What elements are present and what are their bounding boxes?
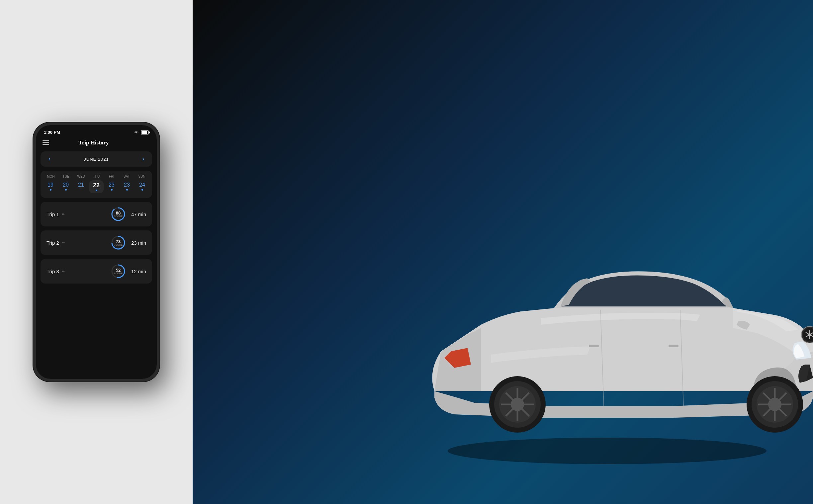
- calendar-date-21[interactable]: 21: [74, 180, 88, 193]
- main-content: ‹ JUNE 2021 › Mon Tue Wed Thu Fri Sat: [36, 151, 157, 372]
- edit-trip-2-icon[interactable]: ✏: [62, 241, 65, 245]
- trip-2-score-number: 73: [116, 239, 121, 244]
- trip-card-2[interactable]: Trip 2 ✏ 73 Score: [41, 230, 152, 255]
- trip-2-duration: 23 min: [131, 240, 146, 246]
- day-thu: Thu: [89, 175, 104, 178]
- page-root: 1:00 PM: [0, 0, 813, 504]
- trip-2-score-circle: 73 Score: [111, 235, 126, 250]
- trip-1-score-number: 88: [116, 211, 121, 215]
- date-number: 21: [78, 182, 84, 188]
- trip-3-score-circle: 52 Score: [111, 264, 126, 279]
- trip-indicator-dot: [96, 190, 97, 191]
- left-panel: 1:00 PM: [0, 0, 193, 504]
- calendar-widget: Mon Tue Wed Thu Fri Sat Sun 19: [41, 171, 152, 198]
- hamburger-line-2: [43, 142, 49, 143]
- right-panel: [193, 0, 813, 504]
- date-number: 19: [47, 182, 53, 188]
- volume-up-button: [33, 165, 34, 177]
- trip-indicator-dot: [141, 189, 143, 191]
- trip-card-3[interactable]: Trip 3 ✏ 52 Score: [41, 259, 152, 284]
- day-fri: Fri: [104, 175, 119, 178]
- calendar-date-20[interactable]: 20: [58, 180, 73, 193]
- wifi-icon: [134, 130, 139, 135]
- date-number: 23: [124, 182, 130, 188]
- trip-3-info: 52 Score 12 min: [111, 264, 146, 279]
- day-sun: Sun: [134, 175, 149, 178]
- trip-indicator-dot: [111, 189, 113, 191]
- trip-indicator-dot: [126, 189, 128, 191]
- calendar-date-23-fri[interactable]: 23: [104, 180, 119, 193]
- calendar-header: Mon Tue Wed Thu Fri Sat Sun: [43, 175, 149, 178]
- calendar-date-19[interactable]: 19: [43, 180, 58, 193]
- trip-1-score-text: 88 Score: [114, 211, 123, 217]
- page-title: Trip History: [49, 139, 138, 146]
- trip-2-score-text: 73 Score: [114, 239, 123, 246]
- status-icons: [134, 130, 149, 135]
- date-number: 22: [93, 182, 100, 188]
- trip-3-name: Trip 3 ✏: [46, 269, 65, 274]
- trip-3-score-text: 52 Score: [114, 268, 123, 275]
- date-number: 23: [109, 182, 115, 188]
- date-number: 24: [139, 182, 145, 188]
- phone-screen: 1:00 PM: [36, 125, 157, 379]
- battery-icon: [141, 130, 149, 134]
- volume-down-button: [33, 182, 34, 193]
- trip-3-label: Trip 3: [46, 269, 59, 274]
- month-navigation: ‹ JUNE 2021 ›: [41, 151, 152, 167]
- trip-indicator-dot: [65, 189, 67, 191]
- svg-rect-42: [669, 345, 678, 347]
- day-wed: Wed: [73, 175, 89, 178]
- svg-point-6: [448, 438, 767, 464]
- svg-point-27: [768, 398, 781, 411]
- hamburger-line-3: [43, 144, 49, 145]
- svg-rect-41: [589, 345, 599, 347]
- trip-3-score-label: Score: [114, 272, 123, 275]
- car-illustration: [375, 179, 813, 477]
- day-mon: Mon: [43, 175, 58, 178]
- hamburger-menu[interactable]: [43, 140, 49, 145]
- calendar-date-22-selected[interactable]: 22: [89, 180, 104, 193]
- trip-1-duration: 47 min: [131, 211, 146, 217]
- day-sat: Sat: [119, 175, 135, 178]
- trip-1-name: Trip 1 ✏: [46, 211, 65, 217]
- trip-2-info: 73 Score 23 min: [111, 235, 146, 250]
- prev-month-button[interactable]: ‹: [46, 155, 53, 163]
- calendar-date-23-sat[interactable]: 23: [120, 180, 134, 193]
- next-month-button[interactable]: ›: [140, 155, 147, 163]
- trip-card-1[interactable]: Trip 1 ✏ 88 Score: [41, 202, 152, 226]
- trip-2-score-label: Score: [114, 244, 123, 246]
- trip-indicator-dot: [50, 189, 51, 191]
- date-number: 20: [63, 182, 69, 188]
- phone-mockup: 1:00 PM: [33, 123, 159, 381]
- trip-2-label: Trip 2: [46, 240, 59, 246]
- status-bar: 1:00 PM: [36, 125, 157, 137]
- trip-1-info: 88 Score 47 min: [111, 207, 146, 222]
- trip-1-score-circle: 88 Score: [111, 207, 126, 222]
- edit-trip-3-icon[interactable]: ✏: [62, 269, 65, 274]
- app-header: Trip History: [36, 137, 157, 151]
- trip-1-score-label: Score: [114, 215, 123, 217]
- calendar-date-24[interactable]: 24: [135, 180, 149, 193]
- status-time: 1:00 PM: [44, 130, 60, 135]
- power-button: [159, 175, 159, 195]
- trip-1-label: Trip 1: [46, 211, 59, 217]
- trip-3-duration: 12 min: [131, 269, 146, 274]
- edit-trip-1-icon[interactable]: ✏: [62, 212, 65, 216]
- day-tue: Tue: [58, 175, 74, 178]
- bottom-spacer: [36, 372, 157, 379]
- month-label: JUNE 2021: [84, 157, 109, 162]
- svg-point-40: [511, 398, 524, 411]
- svg-point-14: [808, 333, 811, 336]
- trip-2-name: Trip 2 ✏: [46, 240, 65, 246]
- calendar-dates: 19 20 21: [43, 180, 149, 193]
- battery-fill: [141, 131, 147, 134]
- hamburger-line-1: [43, 140, 49, 141]
- trip-3-score-number: 52: [116, 268, 121, 272]
